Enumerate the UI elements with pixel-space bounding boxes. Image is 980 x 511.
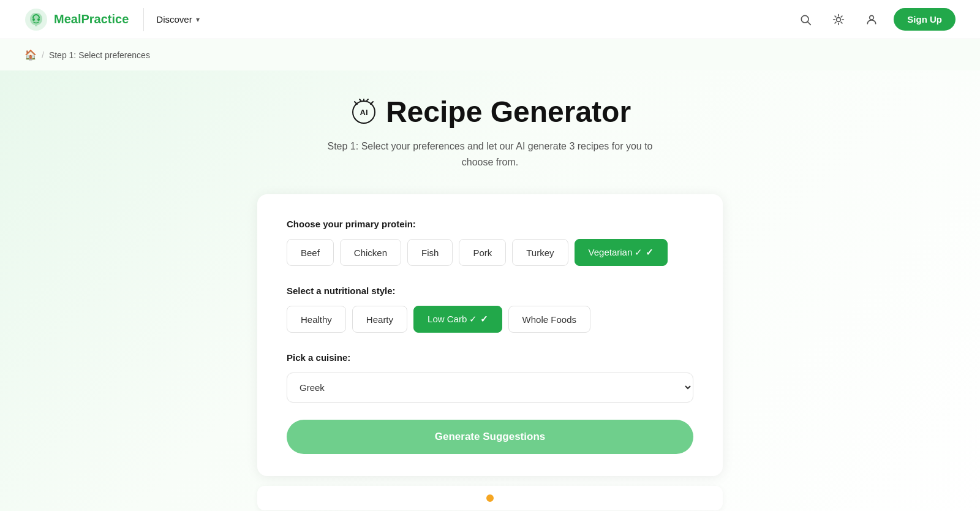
svg-text:AI: AI — [360, 108, 368, 117]
bottom-hint-area — [257, 486, 723, 510]
page-title-text: Recipe Generator — [386, 95, 631, 129]
protein-options: BeefChickenFishPorkTurkeyVegetarian ✓ — [287, 239, 693, 266]
svg-point-2 — [37, 18, 40, 21]
svg-point-5 — [837, 17, 841, 21]
protein-option-chicken[interactable]: Chicken — [340, 239, 401, 266]
header-left: MealPractice Discover ▾ — [24, 8, 212, 31]
ai-icon: AI — [349, 97, 379, 127]
protein-label: Choose your primary protein: — [287, 219, 693, 229]
home-icon: 🏠 — [24, 49, 37, 61]
search-icon — [799, 13, 812, 26]
page-title: AI Recipe Generator — [318, 95, 662, 129]
signup-button[interactable]: Sign Up — [894, 8, 956, 31]
form-card: Choose your primary protein: BeefChicken… — [257, 194, 723, 476]
discover-button[interactable]: Discover ▾ — [144, 14, 211, 25]
page-subtitle: Step 1: Select your preferences and let … — [318, 138, 662, 170]
breadcrumb-separator: / — [42, 50, 44, 60]
logo-text: MealPractice — [54, 12, 129, 26]
svg-line-10 — [835, 16, 836, 17]
loading-indicator — [486, 494, 494, 502]
cuisine-select[interactable]: GreekItalianMexicanAsianAmericanMediterr… — [287, 373, 693, 403]
nutrition-option-low-carb[interactable]: Low Carb ✓ — [413, 306, 502, 333]
protein-option-fish[interactable]: Fish — [407, 239, 453, 266]
bottom-card-partial — [257, 486, 723, 510]
main-content: AI Recipe Generator Step 1: Select your … — [0, 70, 980, 511]
svg-point-14 — [870, 15, 874, 20]
protein-option-beef[interactable]: Beef — [287, 239, 334, 266]
user-profile-button[interactable] — [861, 9, 883, 31]
theme-toggle-button[interactable] — [827, 9, 850, 31]
nutrition-options: HealthyHeartyLow Carb ✓Whole Foods — [287, 306, 693, 333]
protein-option-turkey[interactable]: Turkey — [512, 239, 568, 266]
user-icon — [865, 13, 878, 26]
svg-line-4 — [808, 21, 811, 25]
nutrition-option-hearty[interactable]: Hearty — [352, 306, 407, 333]
protein-option-vegetarian[interactable]: Vegetarian ✓ — [575, 239, 668, 266]
svg-line-12 — [835, 22, 836, 23]
nutrition-option-healthy[interactable]: Healthy — [287, 306, 346, 333]
svg-line-13 — [841, 16, 842, 17]
breadcrumb: 🏠 / Step 1: Select preferences — [0, 39, 980, 70]
search-button[interactable] — [794, 9, 816, 31]
generate-button[interactable]: Generate Suggestions — [287, 420, 693, 454]
logo-icon — [24, 8, 48, 31]
svg-line-11 — [841, 22, 842, 23]
logo-area: MealPractice — [24, 8, 144, 31]
header: MealPractice Discover ▾ — [0, 0, 980, 39]
nutrition-label: Select a nutritional style: — [287, 286, 693, 296]
cuisine-label: Pick a cuisine: — [287, 352, 693, 363]
sun-icon — [832, 13, 845, 26]
page-hero: AI Recipe Generator Step 1: Select your … — [318, 95, 662, 170]
breadcrumb-current: Step 1: Select preferences — [49, 50, 150, 60]
nutrition-option-whole-foods[interactable]: Whole Foods — [508, 306, 590, 333]
header-right: Sign Up — [794, 8, 956, 31]
svg-point-1 — [32, 18, 35, 21]
discover-label: Discover — [156, 14, 192, 25]
chevron-down-icon: ▾ — [196, 15, 200, 24]
protein-option-pork[interactable]: Pork — [459, 239, 506, 266]
